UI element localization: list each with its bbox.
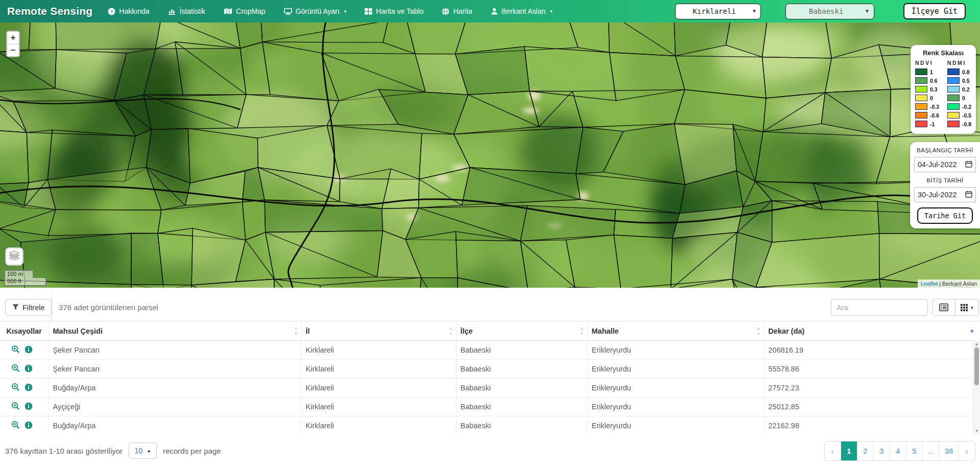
page-button-38[interactable]: 38 (940, 441, 959, 460)
cell-district: Babaeski (456, 379, 587, 398)
app-brand[interactable]: Remote Sensing (7, 5, 92, 17)
cell-province: Kirklareli (301, 379, 456, 398)
next-page-button[interactable]: › (959, 441, 975, 460)
map-zoom-control: + − (6, 31, 20, 57)
district-select[interactable]: Babaeski (785, 4, 874, 19)
sort-icon[interactable]: ▲▼ (757, 326, 761, 337)
nav-item-harita[interactable]: Harita (442, 7, 472, 15)
cell-crop: Ayçiçeği (49, 398, 301, 416)
sort-icon[interactable]: ▲▼ (294, 326, 298, 337)
zoom-to-parcel-icon[interactable] (11, 345, 20, 355)
parcel-info-icon[interactable] (25, 364, 33, 374)
nav-label: İstatistik (180, 7, 206, 15)
chevron-up-icon: ▲ (147, 448, 151, 453)
chevron-down-icon: ▾ (971, 305, 973, 310)
funnel-icon (12, 304, 19, 312)
cell-crop: Buğday/Arpa (49, 379, 301, 398)
start-date-label: BAŞLANGIÇ TARİHİ (917, 147, 973, 153)
page-button-5[interactable]: 5 (906, 441, 923, 460)
nav-item-hakkinda[interactable]: ? Hakkında (108, 7, 149, 15)
page-button-2[interactable]: 2 (857, 441, 874, 460)
province-select[interactable]: Kırklareli (675, 4, 761, 19)
records-per-page-label: records per page (163, 447, 221, 455)
search-input[interactable] (831, 299, 928, 316)
nav-label: CropMap (236, 7, 266, 15)
parcel-count-text: 376 adet görüntülenen parsel (59, 303, 158, 312)
table-row: Buğday/ArpaKirklareliBabaeskiErikleryurd… (0, 416, 980, 435)
column-header-dekar[interactable]: Dekar (da)▼ (764, 321, 980, 341)
nav-label: Harita ve Tablo (376, 7, 423, 15)
end-date-input[interactable]: 30-Jul-2022 (914, 187, 976, 202)
columns-view-button[interactable]: ▾ (955, 299, 979, 316)
column-header-mahalle[interactable]: Mahalle▲▼ (587, 321, 764, 341)
table-scrollbar[interactable]: ▲ ▼ (973, 340, 980, 435)
sort-desc-icon[interactable]: ▼ (969, 328, 975, 334)
nav-item-istatistik[interactable]: İstatistik (168, 7, 206, 15)
calendar-icon[interactable] (965, 191, 972, 199)
scale-metric: 100 m (4, 270, 34, 278)
nav-label: Berkant Aslan (501, 7, 545, 15)
go-to-district-button[interactable]: İlçeye Git (903, 3, 966, 19)
records-info-text: 376 kayıttan 1-10 arası gösteriliyor (5, 447, 123, 455)
nav-label: Hakkında (119, 7, 149, 15)
grid-3x3-icon (961, 304, 968, 311)
ndvi-swatch (915, 112, 927, 119)
column-header-mahsul-cesidi[interactable]: Mahsul Çeşidi▲▼ (49, 321, 301, 341)
nav-item-cropmap[interactable]: CropMap (224, 7, 266, 15)
map-attribution: Leaflet | Berkant Aslan (918, 280, 980, 288)
ndmi-swatch (947, 86, 960, 92)
divider (51, 293, 52, 321)
start-date-input[interactable]: 04-Jul-2022 (914, 157, 976, 172)
cell-dekar: 206816.19 (764, 341, 980, 360)
parcel-info-icon[interactable] (25, 345, 33, 355)
list-alt-icon (939, 304, 948, 311)
table-row: AyçiçeğiKirklareliBabaeskiErikleryurdu25… (0, 398, 980, 416)
page-button-3[interactable]: 3 (874, 441, 890, 460)
filter-button[interactable]: Filtrele (5, 299, 52, 316)
previous-page-button[interactable]: ‹ (825, 441, 841, 460)
zoom-to-parcel-icon[interactable] (11, 421, 20, 431)
calendar-icon[interactable] (965, 160, 972, 169)
zoom-in-button[interactable]: + (7, 32, 19, 44)
zoom-out-button[interactable]: − (7, 44, 19, 56)
column-header-il[interactable]: İl▲▼ (301, 321, 456, 341)
page-button-4[interactable]: 4 (890, 441, 906, 460)
svg-text:?: ? (110, 8, 113, 14)
parcel-info-icon[interactable] (25, 402, 33, 412)
display-icon (284, 8, 292, 15)
layers-control[interactable] (5, 247, 23, 266)
cell-district: Babaeski (456, 341, 587, 360)
parcel-info-icon[interactable] (25, 421, 33, 431)
go-to-date-button[interactable]: Tarihe Git (917, 207, 973, 224)
zoom-to-parcel-icon[interactable] (11, 402, 20, 412)
zoom-to-parcel-icon[interactable] (11, 383, 20, 393)
leaflet-link[interactable]: Leaflet (921, 281, 938, 287)
table-footer: 376 kayıttan 1-10 arası gösteriliyor 10 … (0, 435, 980, 465)
leaflet-map[interactable]: + − 100 m 500 ft Leaflet | Berkant Aslan… (0, 22, 980, 288)
ndvi-swatch (915, 103, 927, 110)
cell-district: Babaeski (456, 360, 587, 379)
nav-menu: ? Hakkında İstatistik CropMap Görüntü Ay… (108, 7, 552, 15)
sort-icon[interactable]: ▲▼ (449, 326, 453, 337)
column-header-ilce[interactable]: İlçe▲▼ (456, 321, 587, 341)
sort-icon[interactable]: ▲▼ (580, 326, 584, 337)
end-date-label: BİTİŞ TARİHİ (926, 177, 963, 183)
zoom-to-parcel-icon[interactable] (11, 364, 20, 374)
scrollbar-thumb[interactable] (974, 347, 979, 385)
pagination: ‹12345...38› (824, 441, 975, 461)
table-header-row: Kısayollar Mahsul Çeşidi▲▼ İl▲▼ İlçe▲▼ M… (0, 321, 980, 341)
parcel-info-icon[interactable] (25, 383, 33, 393)
scroll-up-arrow[interactable]: ▲ (973, 342, 980, 346)
page-button-1[interactable]: 1 (841, 441, 857, 460)
scroll-down-arrow[interactable]: ▼ (973, 429, 980, 433)
nav-item-user-menu[interactable]: Berkant Aslan ▾ (491, 7, 553, 15)
column-header-kisayollar: Kısayollar (0, 321, 49, 341)
nav-item-goruntu-ayari[interactable]: Görüntü Ayarı ▾ (284, 7, 347, 15)
cell-province: Kirklareli (301, 360, 456, 379)
list-view-button[interactable] (932, 299, 955, 316)
page-size-select[interactable]: 10 ▲ (129, 443, 157, 459)
nav-item-harita-ve-tablo[interactable]: Harita ve Tablo (365, 7, 423, 15)
legend-title: Renk Skalası (915, 49, 971, 57)
question-circle-icon: ? (108, 8, 115, 15)
nav-label: Harita (453, 7, 472, 15)
